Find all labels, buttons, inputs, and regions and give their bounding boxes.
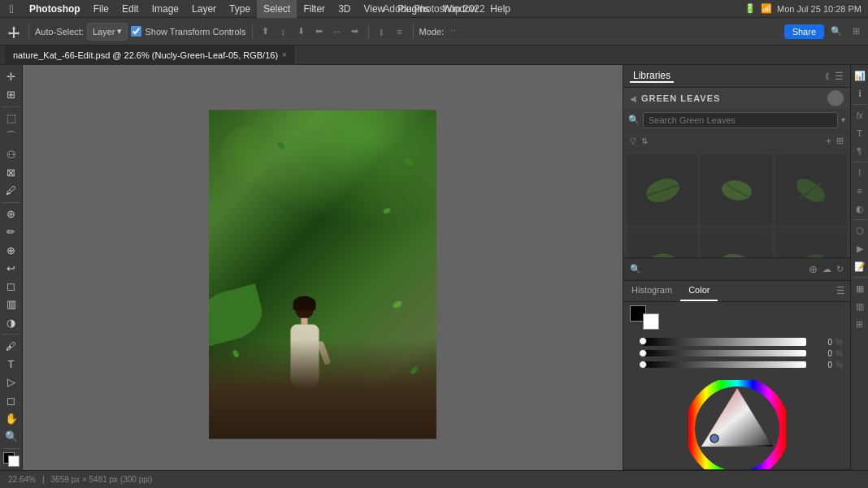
- align-left-icon[interactable]: ⬅: [312, 24, 327, 39]
- library-item[interactable]: [701, 154, 772, 226]
- more-options-icon[interactable]: ⋯: [447, 24, 462, 39]
- clone-tool[interactable]: ⊕: [2, 242, 20, 258]
- transform-controls-check[interactable]: Show Transform Controls: [131, 26, 245, 37]
- text-tool[interactable]: T: [2, 356, 20, 373]
- slider-track-1[interactable]: [643, 338, 806, 346]
- eyedropper-tool[interactable]: 🖊: [2, 182, 20, 198]
- library-item[interactable]: [775, 228, 847, 257]
- slider-thumb-2[interactable]: [639, 349, 647, 357]
- slider-thumb-1[interactable]: [639, 337, 647, 345]
- library-item[interactable]: [775, 154, 847, 226]
- hand-tool[interactable]: ✋: [2, 410, 20, 426]
- document-tab[interactable]: nature_Kat_-66-Edit.psd @ 22.6% (Nucly-G…: [5, 45, 296, 65]
- slider-track-2[interactable]: [643, 350, 806, 356]
- background-swatch[interactable]: [643, 313, 659, 330]
- gradient-tool[interactable]: ▥: [2, 296, 20, 313]
- align-top-icon[interactable]: ⬆: [258, 24, 273, 39]
- color-panel-menu[interactable]: ☰: [836, 285, 850, 296]
- library-cloud-icon[interactable]: ☁: [822, 264, 831, 274]
- menu-file[interactable]: File: [87, 0, 115, 18]
- align-bottom-icon[interactable]: ⬇: [294, 24, 309, 39]
- menu-layer[interactable]: Layer: [185, 0, 223, 18]
- background-color[interactable]: [8, 456, 20, 467]
- library-item[interactable]: [701, 228, 772, 257]
- tab-channels[interactable]: Channels: [666, 470, 720, 471]
- histogram-icon[interactable]: 📊: [853, 68, 867, 83]
- move-tool-icon[interactable]: [5, 23, 23, 41]
- menu-help[interactable]: Help: [484, 0, 517, 18]
- dist-horiz-icon[interactable]: ≡: [393, 24, 407, 39]
- brush-tool[interactable]: ✏: [2, 224, 20, 240]
- color-wheel[interactable]: [688, 380, 786, 469]
- libraries-panel-menu[interactable]: ☰: [835, 71, 844, 82]
- auto-select-dropdown[interactable]: Layer ▾: [87, 23, 128, 41]
- library-back-icon[interactable]: ◀: [630, 94, 636, 103]
- align-vert-center-icon[interactable]: ↕: [276, 24, 291, 39]
- lasso-tool[interactable]: ⌒: [2, 128, 20, 145]
- library-filter-icon[interactable]: ▽: [630, 136, 636, 145]
- arrange-windows-icon[interactable]: ⊞: [848, 24, 863, 39]
- foreground-background-colors[interactable]: [3, 452, 20, 467]
- tab-close-icon[interactable]: ×: [282, 50, 287, 59]
- marquee-tool[interactable]: ⬚: [2, 110, 20, 126]
- tab-histogram[interactable]: Histogram: [623, 281, 680, 302]
- artboard-tool[interactable]: ⊞: [2, 86, 20, 102]
- spot-heal-tool[interactable]: ⊛: [2, 206, 20, 222]
- library-search-bottom-icon[interactable]: 🔍: [630, 264, 641, 274]
- menu-filter[interactable]: Filter: [297, 0, 332, 18]
- library-add-bottom-icon[interactable]: ⊕: [809, 263, 818, 275]
- paragraph-icon[interactable]: ¶: [853, 144, 867, 158]
- library-sync-icon[interactable]: ↻: [836, 264, 844, 274]
- dist-vert-icon[interactable]: ⫿: [375, 24, 389, 39]
- tab-color[interactable]: Color: [680, 281, 718, 302]
- text-panel-icon[interactable]: T: [853, 126, 867, 140]
- library-item[interactable]: [627, 154, 698, 226]
- menu-select[interactable]: Select: [257, 0, 297, 18]
- patterns-icon[interactable]: ⊞: [853, 317, 867, 331]
- history-brush-tool[interactable]: ↩: [2, 260, 20, 276]
- path-select-tool[interactable]: ▷: [2, 374, 20, 391]
- slider-track-3[interactable]: [643, 361, 806, 368]
- search-icon[interactable]: 🔍: [829, 24, 844, 39]
- align-right-icon[interactable]: ➡: [348, 24, 362, 39]
- libraries-expand-icon[interactable]: ⟪: [825, 71, 830, 80]
- timeline-icon[interactable]: ▶: [853, 241, 867, 256]
- menu-type[interactable]: Type: [223, 0, 257, 18]
- svg-point-8: [718, 251, 755, 257]
- menu-edit[interactable]: Edit: [115, 0, 145, 18]
- dodge-tool[interactable]: ◑: [2, 314, 20, 330]
- align-horiz-center-icon[interactable]: ↔: [330, 24, 345, 39]
- libraries-tab[interactable]: Libraries: [630, 70, 674, 83]
- eraser-tool[interactable]: ◻: [2, 279, 20, 295]
- library-search-dropdown-icon[interactable]: ▾: [841, 115, 845, 124]
- pen-tool[interactable]: 🖋: [2, 338, 20, 354]
- quick-select-tool[interactable]: ⚇: [2, 146, 20, 162]
- adjustments-icon[interactable]: ◐: [853, 201, 867, 216]
- 3d-icon[interactable]: ⬡: [853, 223, 867, 238]
- menu-3d[interactable]: 3D: [332, 0, 357, 18]
- tab-layers[interactable]: Layers: [623, 470, 666, 471]
- curves-icon[interactable]: ⌇: [853, 166, 867, 180]
- properties-icon[interactable]: ≡: [853, 184, 867, 198]
- library-view-toggle-icon[interactable]: ⊞: [836, 136, 844, 146]
- crop-tool[interactable]: ⊠: [2, 164, 20, 180]
- library-item[interactable]: [627, 228, 698, 257]
- share-button[interactable]: Share: [784, 24, 824, 39]
- tab-paths[interactable]: Paths: [721, 470, 760, 471]
- canvas-area[interactable]: [23, 65, 623, 470]
- shape-tool[interactable]: ◻: [2, 392, 20, 408]
- menu-photoshop[interactable]: Photoshop: [23, 0, 87, 18]
- menu-image[interactable]: Image: [145, 0, 185, 18]
- library-search-input[interactable]: [643, 112, 838, 128]
- gradients-icon[interactable]: ▥: [853, 299, 867, 313]
- notes-icon[interactable]: 📝: [853, 259, 867, 274]
- apple-menu[interactable]: : [0, 2, 23, 15]
- info-icon[interactable]: ℹ: [853, 86, 867, 101]
- swatches-icon[interactable]: ▦: [853, 281, 867, 296]
- library-sort-icon[interactable]: ⇅: [641, 136, 648, 145]
- library-add-icon[interactable]: +: [826, 136, 831, 147]
- slider-thumb-3[interactable]: [639, 361, 647, 369]
- fx-icon[interactable]: fx: [853, 108, 867, 123]
- zoom-tool[interactable]: 🔍: [2, 429, 20, 445]
- move-tool[interactable]: ✛: [2, 68, 20, 84]
